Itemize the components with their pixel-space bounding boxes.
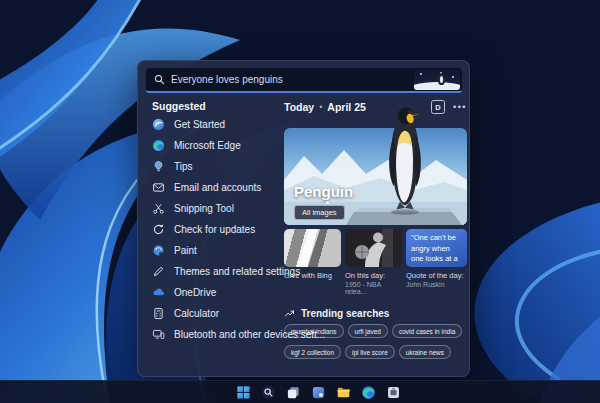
trending-chip[interactable]: urfi javed (348, 324, 388, 338)
suggested-item-label: Check for updates (174, 224, 255, 235)
trending-up-icon (284, 308, 295, 319)
edge-icon (361, 385, 376, 400)
search-input[interactable] (171, 74, 414, 85)
trending-chip[interactable]: ukraine news (399, 345, 451, 359)
penguin-illustration (414, 69, 460, 90)
suggested-item-label: Get Started (174, 119, 225, 130)
give-with-bing-image (284, 229, 341, 267)
edge-button[interactable] (361, 385, 376, 400)
more-options-icon[interactable]: ••• (453, 102, 467, 112)
card-subcaption: John Ruskin (406, 281, 467, 288)
suggested-item-label: Paint (174, 245, 197, 256)
task-view-button[interactable] (286, 385, 301, 400)
desktop: Suggested Get Started Microsoft Edge (0, 0, 600, 403)
trending-chip[interactable]: kgf 2 collection (284, 345, 341, 359)
on-this-day-card[interactable]: On this day: 1950 - NBA relea... (345, 229, 402, 295)
windows-logo-icon (236, 385, 251, 400)
envelope-icon (152, 181, 165, 194)
palette-icon (152, 244, 165, 257)
suggested-item-label: Snipping Tool (174, 203, 234, 214)
task-view-icon (286, 385, 301, 400)
card-caption: On this day: (345, 271, 402, 280)
quote-text: "One can't be angry when one looks at a … (406, 229, 467, 267)
today-separator: • (319, 102, 322, 112)
trending-chip[interactable]: covid cases in india (392, 324, 462, 338)
basketball-photo (345, 229, 402, 267)
search-icon (261, 385, 276, 400)
search-icon (154, 74, 165, 85)
today-header: Today • April 25 D ••• (284, 100, 467, 114)
hero-title: Penguin (294, 183, 353, 200)
today-label: Today (284, 101, 314, 113)
card-caption: Give with Bing (284, 271, 341, 280)
bing-d-badge[interactable]: D (431, 100, 445, 114)
start-button[interactable] (236, 385, 251, 400)
taskbar (0, 380, 600, 403)
suggested-item-label: Tips (174, 161, 193, 172)
card-caption: Quote of the day: (406, 271, 467, 280)
taskbar-search-button[interactable] (261, 385, 276, 400)
search-panel: Suggested Get Started Microsoft Edge (137, 60, 470, 377)
app-window-icon (386, 385, 401, 400)
trending-chips: mumbai indians urfi javed covid cases in… (284, 324, 471, 359)
file-explorer-button[interactable] (336, 385, 351, 400)
scissors-icon (152, 202, 165, 215)
penguin-hero-card[interactable]: Penguin All images (284, 128, 467, 225)
suggested-item-label: OneDrive (174, 287, 216, 298)
carousel-dot (326, 201, 329, 204)
widgets-icon (311, 385, 326, 400)
edge-icon (152, 139, 165, 152)
widgets-button[interactable] (311, 385, 326, 400)
refresh-icon (152, 223, 165, 236)
today-date: April 25 (327, 101, 366, 113)
onedrive-cloud-icon (152, 286, 165, 299)
search-bar[interactable] (146, 68, 462, 93)
card-subcaption: 1950 - NBA relea... (345, 281, 402, 295)
daily-cards: Give with Bing On this day: 1950 - NBA r… (284, 229, 467, 295)
suggested-heading: Suggested (152, 100, 206, 112)
get-started-icon (152, 118, 165, 131)
calculator-icon (152, 307, 165, 320)
devices-icon (152, 328, 165, 341)
trending-header: Trending searches (284, 308, 389, 319)
trending-chip[interactable]: mumbai indians (284, 324, 344, 338)
suggested-item-label: Microsoft Edge (174, 140, 241, 151)
suggested-item-label: Calculator (174, 308, 219, 319)
suggested-item-label: Email and accounts (174, 182, 261, 193)
give-with-bing-card[interactable]: Give with Bing (284, 229, 341, 295)
all-images-button[interactable]: All images (294, 205, 345, 220)
on-this-day-image (345, 229, 402, 267)
trending-chip[interactable]: ipl live score (345, 345, 395, 359)
quote-of-the-day-card[interactable]: "One can't be angry when one looks at a … (406, 229, 467, 295)
folder-icon (336, 385, 351, 400)
emperor-penguin-image (379, 104, 431, 218)
pencil-icon (152, 265, 165, 278)
lightbulb-icon (152, 160, 165, 173)
trending-title: Trending searches (301, 308, 389, 319)
store-app-button[interactable] (386, 385, 401, 400)
suggested-item-label: Themes and related settings (174, 266, 300, 277)
